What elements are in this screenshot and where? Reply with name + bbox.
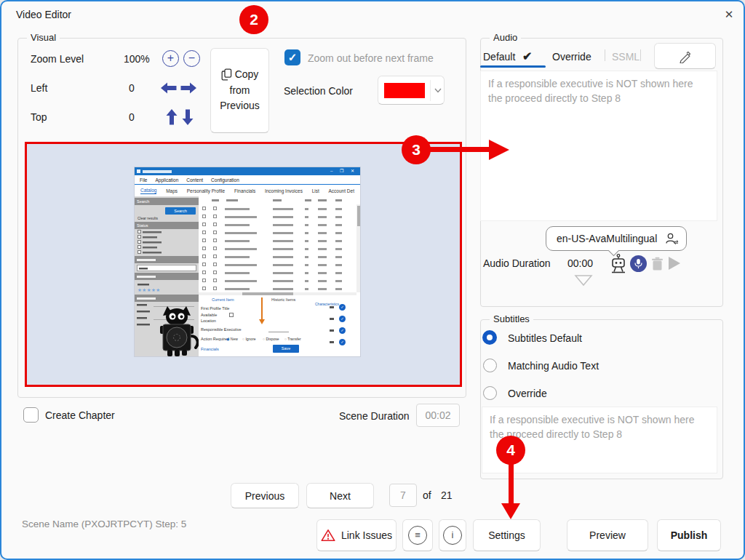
page-of-label: of: [423, 489, 431, 501]
tts-robot-icon[interactable]: [610, 254, 627, 273]
zoom-in-button[interactable]: [162, 50, 179, 67]
play-audio-icon[interactable]: [669, 257, 680, 270]
annotation-badge-3: 3: [402, 135, 431, 164]
rating-stars: ★★★★★: [138, 287, 199, 293]
matching-audio-text-radio[interactable]: [483, 359, 497, 372]
check-circle-icon: [339, 304, 346, 311]
audio-duration-label: Audio Duration: [483, 257, 551, 269]
table-row: [199, 268, 360, 276]
table-row: [199, 260, 360, 268]
table-row: [199, 252, 360, 260]
edit-audio-button[interactable]: [654, 43, 716, 69]
info-button[interactable]: i: [439, 519, 466, 551]
table-row: [199, 220, 360, 228]
selection-color-label: Selection Color: [284, 85, 353, 97]
table-row: [199, 228, 360, 236]
tab-default-check-icon: ✔: [522, 49, 532, 63]
copy-button-line3: Previous: [220, 98, 259, 114]
preview-app-window: File Application Content Configuration C…: [135, 167, 360, 356]
selection-color-dropdown[interactable]: [378, 76, 445, 105]
copy-from-previous-button[interactable]: Copy from Previous: [210, 48, 269, 133]
move-up-button[interactable]: [166, 109, 178, 128]
preview-app-titlebar: [135, 167, 360, 175]
chevron-down-icon: [434, 87, 442, 94]
annotation-arrow-3-head: [489, 140, 509, 160]
zoom-out-button[interactable]: [183, 50, 200, 67]
scene-duration-label: Scene Duration: [339, 410, 410, 422]
preview-app-form: Current Item Historic Items Characterist…: [199, 295, 360, 356]
preview-app-table: Current Item Historic Items Characterist…: [199, 196, 360, 356]
subtitles-default-label: Subtitles Default: [508, 332, 582, 344]
subtitles-override-label: Override: [508, 388, 547, 399]
expander-down-icon[interactable]: [574, 274, 593, 287]
preview-app-menubar: File Application Content Configuration: [135, 175, 360, 185]
next-scene-button[interactable]: Next: [306, 483, 374, 508]
settings-button[interactable]: Settings: [473, 519, 541, 551]
zoom-out-before-label: Zoom out before next frame: [308, 52, 434, 64]
create-chapter-checkbox[interactable]: [23, 407, 39, 423]
arrow-left-icon: [161, 82, 177, 94]
microphone-icon: [634, 258, 643, 269]
pencil-icon: [678, 49, 692, 63]
preview-window-controls: [330, 168, 357, 173]
annotation-arrow-4-head: [501, 503, 520, 519]
top-value: 0: [129, 111, 135, 123]
arrow-up-icon: [166, 109, 178, 125]
window-title: Video Editor: [16, 9, 71, 20]
scene-duration-input[interactable]: 00:02: [416, 404, 460, 427]
table-row: [199, 204, 360, 212]
tab-default-underline: [480, 65, 546, 68]
scene-preview-image: File Application Content Configuration C…: [25, 142, 462, 387]
voice-name: en-US-AvaMultilingual: [557, 233, 657, 244]
matching-audio-text-label: Matching Audio Text: [508, 360, 599, 372]
orange-arrow-annotation: [261, 297, 263, 319]
left-label: Left: [31, 82, 47, 94]
move-right-button[interactable]: [180, 82, 196, 97]
copy-icon: [221, 68, 232, 81]
tab-ssml[interactable]: SSML: [612, 51, 640, 63]
preview-app-sidebar: Search Search Clear results Status ★★★★★: [135, 196, 199, 356]
subtitles-group-label: Subtitles: [490, 313, 533, 324]
table-row: [199, 244, 360, 252]
page-total: 21: [441, 489, 453, 501]
table-row: [199, 276, 360, 284]
zoom-level-value: 100%: [124, 53, 150, 65]
close-icon[interactable]: ✕: [722, 7, 736, 22]
zoom-out-before-checkbox[interactable]: [284, 49, 300, 65]
top-label: Top: [31, 111, 47, 123]
tab-override[interactable]: Override: [552, 51, 591, 63]
info-icon: i: [443, 526, 462, 545]
delete-audio-icon[interactable]: [651, 257, 664, 271]
previous-scene-button[interactable]: Previous: [231, 483, 299, 508]
check-circle-icon: [339, 339, 346, 345]
preview-app-icon: [137, 169, 140, 173]
move-down-button[interactable]: [182, 109, 194, 128]
subtitles-default-radio[interactable]: [482, 330, 497, 345]
zoom-level-label: Zoom Level: [31, 53, 84, 65]
preview-app-tabs: Catalog Maps Personality Profile Financi…: [135, 185, 360, 196]
link-issues-button[interactable]: Link Issues: [316, 519, 397, 551]
subtitles-override-radio[interactable]: [483, 386, 497, 400]
page-number-input[interactable]: 7: [389, 484, 417, 507]
record-audio-button[interactable]: [630, 255, 647, 272]
preview-button[interactable]: Preview: [567, 519, 648, 551]
voice-swap-icon: [665, 232, 680, 247]
left-value: 0: [129, 82, 135, 94]
notes-button[interactable]: ≡: [402, 519, 433, 551]
audio-group-label: Audio: [490, 32, 521, 43]
table-row: [199, 236, 360, 244]
create-chapter-label: Create Chapter: [45, 409, 115, 421]
table-row: [199, 212, 360, 220]
move-left-button[interactable]: [161, 82, 177, 97]
check-circle-icon: [339, 327, 346, 334]
copy-button-line2: from: [230, 83, 250, 99]
scene-name-status: Scene Name (PXOJRTPCYT) Step: 5: [22, 519, 186, 529]
publish-button[interactable]: Publish: [657, 519, 721, 551]
tab-default[interactable]: Default: [483, 51, 515, 63]
link-issues-label: Link Issues: [341, 529, 392, 541]
check-circle-icon: [339, 316, 346, 322]
table-row: [199, 284, 360, 292]
audio-text-area[interactable]: If a responsible executive is NOT shown …: [480, 71, 717, 221]
annotation-arrow-3-line: [427, 147, 491, 152]
video-editor-dialog: Video Editor ✕ 2 Visual Zoom Level 100% …: [0, 0, 745, 560]
